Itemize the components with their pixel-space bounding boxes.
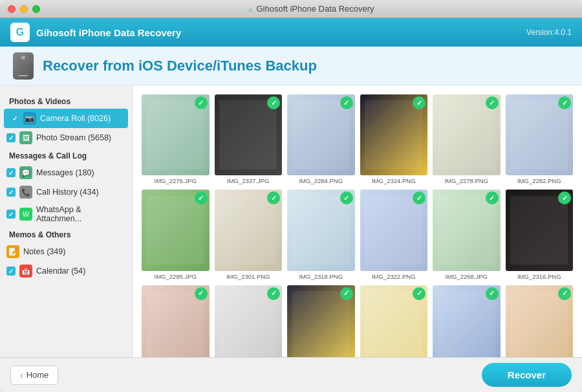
notes-label: Notes (349) [23, 247, 125, 256]
whatsapp-icon: W [19, 208, 32, 221]
sidebar: Photos & Videos 📷 Camera Roll (8026) 🖼 P… [0, 85, 133, 357]
photo-item-5[interactable]: IMG_2282.PNG [506, 94, 574, 184]
sidebar-item-whatsapp[interactable]: W WhatsApp & Attachmen... [0, 202, 132, 226]
photo-item-15[interactable]: IMG_2335.PNG [360, 285, 428, 357]
camera-roll-icon: 📷 [23, 112, 36, 125]
photo-name-0: IMG_2276.JPG [142, 177, 210, 184]
sidebar-item-camera-roll[interactable]: 📷 Camera Roll (8026) [4, 109, 128, 128]
checkbox-call-history[interactable] [6, 188, 16, 197]
photo-thumb-17 [506, 285, 574, 357]
photo-thumb-10 [433, 190, 501, 270]
sub-header: Recover from iOS Device/iTunes Backup [0, 47, 582, 85]
titlebar: ⬦ Gihosoft iPhone Data Recovery [0, 0, 582, 18]
photo-thumb-5 [506, 94, 574, 175]
checkbox-calendar[interactable] [6, 267, 16, 276]
photo-item-1[interactable]: IMG_2337.JPG [215, 94, 283, 184]
photo-item-13[interactable]: IMG_2297.PNG [215, 285, 283, 357]
check-badge-15 [413, 287, 426, 300]
check-badge-13 [267, 287, 280, 300]
call-history-icon: 📞 [19, 186, 32, 199]
photo-thumb-11 [506, 190, 574, 270]
photo-item-9[interactable]: IMG_2322.PNG [360, 190, 428, 279]
check-badge-2 [340, 96, 353, 109]
sidebar-item-call-history[interactable]: 📞 Call History (434) [0, 182, 132, 202]
checkbox-photo-stream[interactable] [6, 133, 16, 142]
photo-name-1: IMG_2337.JPG [215, 177, 283, 184]
photo-name-6: IMG_2295.JPG [142, 273, 210, 280]
app-title: Gihosoft iPhone Data Recovery [36, 27, 181, 38]
photo-item-8[interactable]: IMG_2318.PNG [287, 190, 355, 279]
photo-item-0[interactable]: IMG_2276.JPG [142, 94, 210, 184]
traffic-lights [8, 5, 40, 13]
titlebar-title: ⬦ Gihosoft iPhone Data Recovery [48, 4, 574, 14]
photo-grid: IMG_2276.JPG IMG_2337.JPG IMG_2284.PNG I… [133, 85, 582, 357]
close-button[interactable] [8, 5, 16, 13]
check-badge-9 [413, 191, 426, 204]
checkbox-messages[interactable] [6, 168, 16, 177]
photo-item-3[interactable]: IMG_2324.PNG [360, 94, 428, 184]
photo-item-10[interactable]: IMG_2268.JPG [433, 190, 501, 279]
photo-name-4: IMG_2278.PNG [433, 177, 501, 184]
call-history-label: Call History (434) [36, 188, 125, 197]
sidebar-section-messages: Messages & Call Log [0, 147, 132, 163]
check-badge-6 [195, 191, 208, 204]
photo-item-14[interactable]: IMG_2314.PNG [287, 285, 355, 357]
app-window: ⬦ Gihosoft iPhone Data Recovery G Gihoso… [0, 0, 582, 392]
checkbox-whatsapp[interactable] [6, 210, 16, 219]
whatsapp-label: WhatsApp & Attachmen... [36, 205, 125, 223]
check-badge-5 [558, 96, 571, 109]
photo-thumb-13 [215, 285, 283, 357]
check-badge-8 [340, 191, 353, 204]
photo-name-8: IMG_2318.PNG [287, 273, 355, 280]
photo-item-12[interactable]: IMG_2320.PNG [142, 285, 210, 357]
photo-item-4[interactable]: IMG_2278.PNG [433, 94, 501, 184]
sidebar-item-photo-stream[interactable]: 🖼 Photo Stream (5658) [0, 128, 132, 147]
check-badge-16 [486, 287, 499, 300]
photo-thumb-14 [287, 285, 355, 357]
photo-item-11[interactable]: IMG_2316.PNG [506, 190, 574, 279]
check-badge-7 [267, 191, 280, 204]
maximize-button[interactable] [32, 5, 40, 13]
photo-thumb-4 [433, 94, 501, 175]
photo-item-2[interactable]: IMG_2284.PNG [287, 94, 355, 184]
check-badge-4 [486, 96, 499, 109]
sidebar-item-messages[interactable]: 💬 Messages (180) [0, 163, 132, 182]
check-badge-12 [195, 287, 208, 300]
sidebar-item-notes[interactable]: 📝 Notes (349) [0, 242, 132, 261]
content-area: Photos & Videos 📷 Camera Roll (8026) 🖼 P… [0, 85, 582, 357]
check-badge-14 [340, 287, 353, 300]
checkbox-camera-roll[interactable] [10, 114, 19, 123]
photo-thumb-2 [287, 94, 355, 175]
calendar-icon: 📅 [19, 265, 32, 278]
bottom-bar: ‹ Home Recover [0, 357, 582, 392]
photo-thumb-0 [142, 94, 210, 175]
photo-stream-label: Photo Stream (5658) [36, 133, 125, 142]
home-label: Home [27, 370, 49, 380]
check-badge-11 [558, 191, 571, 204]
photo-name-11: IMG_2316.PNG [506, 273, 574, 280]
device-icon [13, 52, 34, 80]
photo-thumb-7 [215, 190, 283, 270]
sidebar-item-calendar[interactable]: 📅 Calendar (54) [0, 261, 132, 281]
check-badge-17 [558, 287, 571, 300]
messages-label: Messages (180) [36, 168, 125, 177]
photo-thumb-1 [215, 94, 283, 175]
minimize-button[interactable] [20, 5, 28, 13]
photo-item-16[interactable]: IMG_2289.PNG [433, 285, 501, 357]
calendar-label: Calendar (54) [36, 267, 125, 276]
photo-thumb-9 [360, 190, 428, 270]
photo-item-6[interactable]: IMG_2295.JPG [142, 190, 210, 279]
photo-name-10: IMG_2268.JPG [433, 273, 501, 280]
photo-item-7[interactable]: IMG_2301.PNG [215, 190, 283, 279]
sidebar-section-photos: Photos & Videos [0, 93, 132, 109]
photo-name-7: IMG_2301.PNG [215, 273, 283, 280]
photo-name-9: IMG_2322.PNG [360, 273, 428, 280]
photo-name-2: IMG_2284.PNG [287, 177, 355, 184]
recover-button[interactable]: Recover [482, 363, 572, 387]
photo-thumb-16 [433, 285, 501, 357]
check-badge-1 [267, 96, 280, 109]
photo-item-17[interactable]: IMG_2293.PNG [506, 285, 574, 357]
sub-header-title: Recover from iOS Device/iTunes Backup [43, 58, 317, 74]
home-button[interactable]: ‹ Home [10, 365, 58, 385]
sidebar-section-memos: Memos & Others [0, 226, 132, 242]
